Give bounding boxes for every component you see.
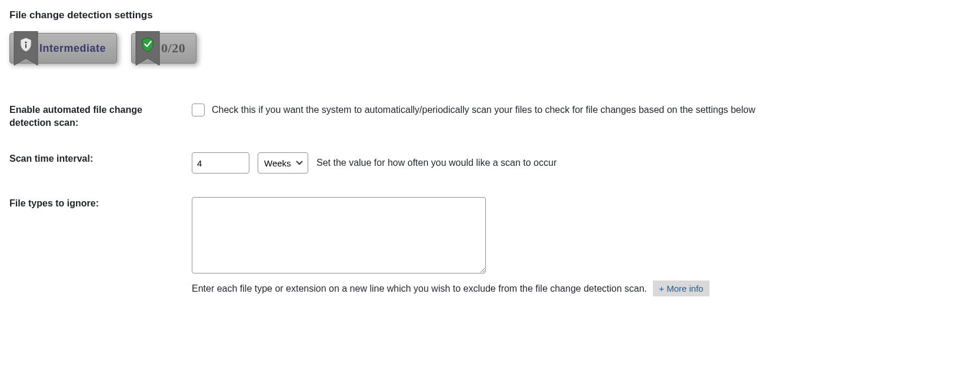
badge-ribbon	[14, 31, 38, 75]
badge-ribbon	[135, 31, 160, 75]
score-badge: 0/20	[131, 33, 196, 64]
more-info-button[interactable]: + More info	[653, 281, 709, 296]
scan-interval-hint: Set the value for how often you would li…	[316, 156, 556, 169]
level-badge-label: Intermediate	[39, 42, 106, 55]
scan-interval-label: Scan time interval:	[9, 141, 192, 185]
ignore-types-label: File types to ignore:	[9, 185, 192, 308]
enable-scan-row: Enable automated file change detection s…	[9, 92, 971, 141]
scan-interval-value[interactable]	[192, 152, 249, 174]
shield-warning-icon	[19, 37, 32, 52]
ignore-types-hint: Enter each file type or extension on a n…	[192, 283, 647, 293]
shield-check-icon	[141, 37, 154, 52]
enable-scan-checkbox[interactable]	[192, 104, 205, 116]
scan-interval-unit[interactable]: HoursDaysWeeks	[258, 152, 308, 174]
level-badge: Intermediate	[9, 33, 117, 64]
svg-rect-1	[25, 44, 26, 48]
section-title: File change detection settings	[9, 9, 971, 21]
settings-form: Enable automated file change detection s…	[9, 92, 971, 308]
enable-scan-label: Enable automated file change detection s…	[9, 92, 192, 141]
ignore-types-textarea[interactable]	[192, 197, 486, 273]
ignore-types-row: File types to ignore: Enter each file ty…	[9, 185, 971, 308]
svg-point-0	[25, 42, 27, 44]
scan-interval-row: Scan time interval: HoursDaysWeeks Set t…	[9, 141, 971, 185]
badges-row: Intermediate 0/20	[9, 33, 971, 64]
score-badge-label: 0/20	[161, 41, 185, 56]
enable-scan-description: Check this if you want the system to aut…	[212, 104, 755, 116]
